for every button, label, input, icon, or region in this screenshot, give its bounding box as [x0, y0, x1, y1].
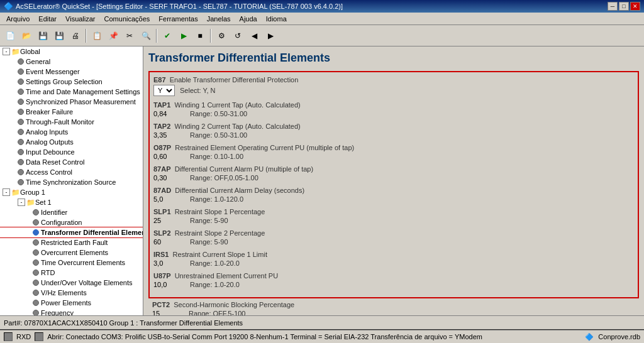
param-u87p-value: 10,0: [153, 281, 185, 288]
param-pct2-range: Range: OFF,5-100: [189, 310, 246, 315]
extra-params: PCT2 Second-Harmonic Blocking Percentage…: [148, 298, 639, 315]
leaf-icon-settings-group: [18, 79, 24, 85]
tree-item-general[interactable]: General: [0, 57, 143, 67]
tree-item-phasor[interactable]: Synchronized Phasor Measurement: [0, 97, 143, 107]
bottom-bar: RXD Abrir: Conectado COM3: Prolific USB-…: [0, 329, 644, 343]
param-slp1-value: 25: [153, 217, 185, 224]
tree-item-configuration[interactable]: Configuration: [0, 217, 143, 227]
expander-set1[interactable]: -: [18, 199, 25, 206]
param-u87p-label: U87P Unrestrained Element Current PU: [153, 272, 634, 280]
tree-label-general: General: [26, 58, 50, 65]
param-irs1-label: IRS1 Restraint Current Slope 1 Limit: [153, 251, 634, 258]
close-button[interactable]: ✕: [630, 2, 640, 11]
param-u87p: U87P Unrestrained Element Current PU 10,…: [153, 272, 634, 288]
tree-label-input-debounce: Input Debounce: [26, 148, 75, 156]
toolbar-open[interactable]: 📂: [19, 28, 34, 43]
tree-item-group1[interactable]: - 📁 Group 1: [0, 187, 143, 197]
status-text: Part#: 07870X1ACACX1X850410 Group 1 : Tr…: [4, 319, 243, 327]
leaf-icon-event-messenger: [18, 68, 24, 75]
param-tap2-value-row: 3,35 Range: 0.50-31.00: [153, 131, 634, 139]
param-e87-select[interactable]: Y N: [153, 85, 175, 96]
toolbar-copy[interactable]: 📋: [89, 28, 104, 43]
param-u87p-value-row: 10,0 Range: 1.0-20.0: [153, 281, 634, 288]
toolbar-back[interactable]: ◀: [247, 28, 262, 43]
tree-item-through-fault[interactable]: Through-Fault Monitor: [0, 117, 143, 127]
tree-item-global[interactable]: - 📁 Global: [0, 46, 143, 57]
tree-label-analog-inputs: Analog Inputs: [26, 128, 68, 136]
param-slp2-value: 60: [153, 238, 185, 246]
menu-arquivo[interactable]: Arquivo: [3, 14, 33, 23]
toolbar-new[interactable]: 📄: [3, 28, 18, 43]
toolbar-sep1: [86, 29, 87, 43]
tree-item-identifier[interactable]: Identifier: [0, 207, 143, 217]
tree-label-time-sync: Time Synchronization Source: [26, 178, 116, 186]
tree-label-time-date: Time and Date Management Settings: [26, 88, 140, 95]
menu-idioma[interactable]: Idioma: [262, 14, 291, 23]
menu-janelas[interactable]: Janelas: [203, 14, 235, 23]
param-slp2-value-row: 60 Range: 5-90: [153, 238, 634, 246]
menu-comunicacoes[interactable]: Comunicações: [101, 14, 154, 23]
tree-item-set1[interactable]: - 📁 Set 1: [0, 197, 143, 207]
tree-label-group1: Group 1: [20, 188, 45, 196]
rxd-led2: [35, 332, 43, 341]
toolbar-run[interactable]: ▶: [176, 28, 191, 43]
param-irs1-value-row: 3,0 Range: 1.0-20.0: [153, 259, 634, 267]
toolbar-cut[interactable]: ✂: [122, 28, 137, 43]
menu-visualizar[interactable]: Visualizar: [62, 14, 99, 23]
leaf-icon-rtd: [33, 270, 39, 276]
tree-item-time-date[interactable]: Time and Date Management Settings: [0, 87, 143, 97]
expander-global[interactable]: -: [3, 48, 10, 55]
page-title: Transformer Differential Elements: [148, 52, 639, 65]
menu-ferramentas[interactable]: Ferramentas: [155, 14, 201, 23]
toolbar-save2[interactable]: 💾: [52, 28, 67, 43]
leaf-icon-transformer-diff: [33, 229, 39, 236]
toolbar-sep3: [210, 29, 211, 43]
tree-label-analog-outputs: Analog Outputs: [26, 138, 74, 146]
tree-item-power[interactable]: Power Elements: [0, 298, 143, 308]
toolbar-save[interactable]: 💾: [35, 28, 50, 43]
tree-item-time-overcurrent[interactable]: Time Overcurrent Elements: [0, 258, 143, 268]
tree-item-settings-group[interactable]: Settings Group Selection: [0, 77, 143, 87]
toolbar-refresh[interactable]: ↺: [230, 28, 245, 43]
menu-editar[interactable]: Editar: [35, 14, 60, 23]
param-tap1: TAP1 Winding 1 Current Tap (Auto. Calcul…: [153, 101, 634, 117]
title-bar-buttons[interactable]: ─ □ ✕: [608, 2, 640, 11]
toolbar-check[interactable]: ✔: [160, 28, 175, 43]
maximize-button[interactable]: □: [619, 2, 629, 11]
tree-label-set1: Set 1: [35, 199, 52, 206]
tree-item-input-debounce[interactable]: Input Debounce: [0, 147, 143, 157]
toolbar-paste[interactable]: 📌: [106, 28, 121, 43]
tree-item-overcurrent[interactable]: Overcurrent Elements: [0, 248, 143, 258]
tree-item-access-control[interactable]: Access Control: [0, 167, 143, 177]
tree-item-transformer-diff[interactable]: Transformer Differential Elements: [0, 227, 143, 237]
main-layout: - 📁 Global General Event Messenger Setti…: [0, 46, 644, 315]
tree-item-voltage[interactable]: Under/Over Voltage Elements: [0, 278, 143, 288]
toolbar-forward[interactable]: ▶: [263, 28, 278, 43]
tree-item-breaker[interactable]: Breaker Failure: [0, 107, 143, 117]
toolbar-find[interactable]: 🔍: [138, 28, 153, 43]
tree-item-restricted-earth[interactable]: Restricted Earth Fault: [0, 237, 143, 248]
param-e87-value-row: Y N Select: Y, N: [153, 85, 634, 96]
toolbar-stop[interactable]: ■: [192, 28, 208, 43]
tree-item-data-reset[interactable]: Data Reset Control: [0, 157, 143, 167]
tree-item-rtd[interactable]: RTD: [0, 268, 143, 278]
menu-ajuda[interactable]: Ajuda: [236, 14, 261, 23]
param-tap1-label: TAP1 Winding 1 Current Tap (Auto. Calcul…: [153, 101, 634, 109]
toolbar-print[interactable]: 🖨: [68, 28, 83, 43]
expander-group1[interactable]: -: [3, 188, 10, 196]
tree-item-analog-outputs[interactable]: Analog Outputs: [0, 137, 143, 147]
param-tap1-value-row: 0,84 Range: 0.50-31.00: [153, 110, 634, 117]
tree-item-frequency[interactable]: Frequency: [0, 308, 143, 315]
leaf-icon-time-sync: [18, 179, 24, 185]
tree-item-event-messenger[interactable]: Event Messenger: [0, 67, 143, 77]
toolbar-settings[interactable]: ⚙: [214, 28, 229, 43]
menu-bar: Arquivo Editar Visualizar Comunicações F…: [0, 13, 644, 25]
tree-item-analog-inputs[interactable]: Analog Inputs: [0, 127, 143, 137]
tree-label-data-reset: Data Reset Control: [26, 158, 85, 166]
tree-item-vhz[interactable]: V/Hz Elements: [0, 288, 143, 298]
tree-item-time-sync[interactable]: Time Synchronization Source: [0, 177, 143, 187]
params-container: E87 Enable Transformer Differential Prot…: [148, 71, 639, 298]
tree-label-event-messenger: Event Messenger: [26, 68, 80, 75]
minimize-button[interactable]: ─: [608, 2, 618, 11]
param-e87: E87 Enable Transformer Differential Prot…: [153, 76, 634, 96]
